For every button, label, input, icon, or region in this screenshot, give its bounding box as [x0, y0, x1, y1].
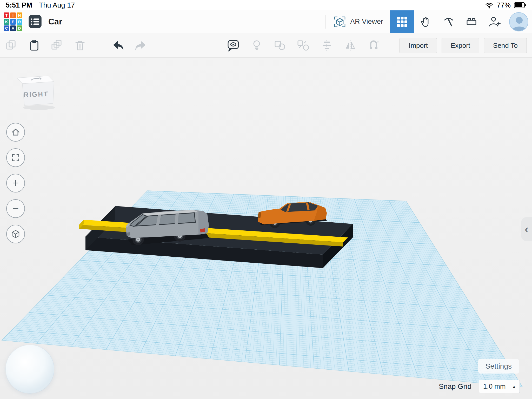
- design-title: Car: [48, 17, 62, 26]
- trash-icon: [73, 39, 87, 52]
- logo-tile: D: [17, 25, 22, 31]
- tinkercad-logo[interactable]: T I N K E R C A D: [4, 12, 22, 31]
- wifi-icon: [485, 2, 494, 9]
- status-bar: 5:51 PM Thu Aug 17 77%: [0, 0, 532, 10]
- undo-button[interactable]: [111, 39, 125, 52]
- home-view-button[interactable]: [6, 123, 25, 142]
- shapes-panel-button[interactable]: [390, 10, 414, 33]
- grid-icon: [396, 16, 408, 28]
- logo-tile: T: [4, 12, 9, 18]
- zoom-in-button[interactable]: +: [6, 174, 25, 192]
- logo-tile: C: [4, 25, 9, 31]
- design-menu-button[interactable]: [28, 14, 43, 29]
- collapse-chevron-icon: ‹: [525, 223, 529, 236]
- ar-viewer-button[interactable]: AR Viewer: [326, 15, 390, 29]
- view-nav: + −: [6, 123, 25, 243]
- pickaxe-icon: [442, 15, 455, 29]
- redo-button[interactable]: [134, 39, 148, 52]
- panel-collapse-handle[interactable]: ‹: [521, 217, 532, 241]
- delete-button[interactable]: [73, 39, 87, 52]
- snap-grid-value: 1.0 mm: [483, 382, 506, 390]
- group-icon: [273, 39, 287, 52]
- snap-grid-dropdown[interactable]: 1.0 mm ▴: [479, 380, 520, 393]
- edit-toolbar: Import Export Send To: [0, 33, 532, 58]
- logo-tile: K: [4, 19, 9, 25]
- snap-grid-control: Snap Grid 1.0 mm ▴: [439, 380, 520, 393]
- group-button[interactable]: [273, 39, 287, 52]
- magnet-icon: [367, 39, 380, 52]
- brick-export-button[interactable]: [460, 10, 483, 33]
- avatar-person-icon: [510, 13, 528, 31]
- ar-viewer-label: AR Viewer: [350, 18, 383, 26]
- settings-button[interactable]: Settings: [478, 359, 519, 374]
- duplicate-icon: [50, 39, 64, 52]
- paste-button[interactable]: [28, 39, 41, 52]
- header-bar: T I N K E R C A D Car: [0, 10, 532, 33]
- logo-tile: E: [10, 19, 16, 25]
- view-cube-face-label: RIGHT: [15, 90, 57, 99]
- ungroup-button[interactable]: [297, 39, 310, 52]
- minecraft-export-button[interactable]: [437, 10, 460, 33]
- dropdown-caret-icon: ▴: [513, 383, 515, 390]
- scene-svg: [0, 58, 532, 399]
- light-button[interactable]: [250, 39, 263, 52]
- paste-icon: [28, 39, 41, 52]
- status-left: 5:51 PM Thu Aug 17: [6, 1, 75, 9]
- align-button[interactable]: [320, 39, 334, 52]
- share-button[interactable]: [483, 10, 506, 33]
- logo-tile: R: [17, 19, 22, 25]
- undo-icon: [111, 39, 125, 52]
- export-button[interactable]: Export: [442, 38, 479, 53]
- logo-tile: I: [10, 12, 16, 18]
- ar-cube-icon: [332, 15, 347, 29]
- import-button[interactable]: Import: [400, 38, 437, 53]
- account-avatar[interactable]: [509, 12, 528, 31]
- view-cube[interactable]: RIGHT: [15, 72, 61, 111]
- home-icon: [10, 127, 21, 137]
- cube-icon: [10, 229, 21, 239]
- perspective-toggle-button[interactable]: [6, 225, 25, 243]
- brick-icon: [465, 15, 478, 29]
- logo-tile: N: [17, 12, 22, 18]
- show-all-button[interactable]: [227, 39, 240, 52]
- eye-bubble-icon: [227, 39, 240, 52]
- orbit-control[interactable]: [5, 345, 54, 394]
- copy-icon: [5, 39, 18, 52]
- list-icon: [28, 14, 42, 29]
- status-right: 77%: [485, 1, 526, 9]
- ungroup-icon: [297, 39, 310, 52]
- zoom-out-icon: −: [12, 203, 19, 214]
- fit-view-icon: [10, 152, 21, 163]
- battery-percent: 77%: [497, 1, 511, 9]
- mirror-icon: [343, 39, 357, 52]
- person-add-icon: [488, 15, 501, 29]
- copy-button[interactable]: [5, 39, 18, 52]
- redo-icon: [134, 39, 148, 52]
- viewport[interactable]: RIGHT + −: [0, 58, 532, 399]
- snap-grid-label: Snap Grid: [439, 382, 471, 391]
- hand-tool-button[interactable]: [414, 10, 437, 33]
- status-time: 5:51 PM: [6, 1, 32, 9]
- fit-view-button[interactable]: [6, 148, 25, 167]
- snap-magnet-button[interactable]: [367, 39, 380, 52]
- battery-icon: [514, 2, 526, 8]
- logo-tile: A: [10, 25, 16, 31]
- tinkercad-ipad-screen: 5:51 PM Thu Aug 17 77% T I N K E R C: [0, 0, 532, 399]
- zoom-out-button[interactable]: −: [6, 199, 25, 218]
- zoom-in-icon: +: [12, 178, 19, 189]
- hand-icon: [419, 15, 433, 29]
- lightbulb-icon: [250, 39, 263, 52]
- send-to-button[interactable]: Send To: [484, 38, 527, 53]
- mirror-button[interactable]: [343, 39, 357, 52]
- duplicate-button[interactable]: [50, 39, 64, 52]
- status-date: Thu Aug 17: [39, 1, 75, 9]
- align-icon: [320, 39, 334, 52]
